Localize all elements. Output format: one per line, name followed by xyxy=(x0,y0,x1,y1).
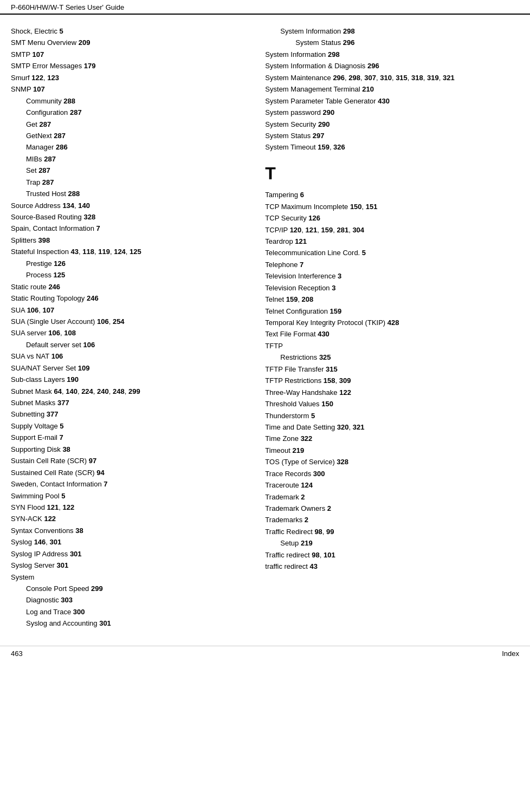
page-num: 281 xyxy=(337,226,348,234)
page-num: 151 xyxy=(366,203,378,211)
page-num: 106 xyxy=(51,352,63,360)
page-num: 240 xyxy=(97,387,109,395)
page-num: 315 xyxy=(326,365,338,373)
page-num: 43 xyxy=(309,562,317,570)
term-text: SNMP xyxy=(11,85,33,93)
left-column: Shock, Electric 5SMT Menu Overview 209SM… xyxy=(11,25,260,629)
page-num: 288 xyxy=(68,190,80,198)
term-text: Stateful Inspection xyxy=(11,248,71,256)
page-num: 7 xyxy=(60,433,63,441)
index-entry: Temporal Key Integrity Protocol (TKIP) 4… xyxy=(265,317,519,328)
index-entry: System Timeout 159, 326 xyxy=(265,141,519,153)
page-num: 288 xyxy=(63,97,75,105)
term-text: TCP Security xyxy=(265,214,308,222)
term-text: SUA xyxy=(11,306,27,314)
term-text: Supply Voltage xyxy=(11,422,60,430)
term-text: Manager xyxy=(26,143,56,151)
term-text: TFTP xyxy=(265,342,283,350)
term-text: Process xyxy=(26,271,54,279)
page-num: 377 xyxy=(57,399,69,407)
index-entry: System Information 298 xyxy=(265,25,519,37)
page-num: 159 xyxy=(321,226,333,234)
index-entry: System Parameter Table Generator 430 xyxy=(265,95,519,107)
page-num: 298 xyxy=(328,50,340,59)
term-text: TFTP File Transfer xyxy=(265,365,326,373)
term-text: Get xyxy=(26,120,40,128)
index-entry: Tampering 6 xyxy=(265,189,519,200)
term-text: Thunderstorm xyxy=(265,412,311,420)
page-num: 125 xyxy=(54,271,66,279)
index-entry: Three-Way Handshake 122 xyxy=(265,387,519,398)
term-text: Subnetting xyxy=(11,410,47,418)
page-num: 301 xyxy=(99,619,111,627)
index-entry: GetNext 287 xyxy=(11,130,249,141)
term-text: Trace Records xyxy=(265,470,313,478)
index-entry: Diagnostic 303 xyxy=(11,594,249,606)
term-text: Setup xyxy=(280,539,301,547)
page-num: 2 xyxy=(305,516,308,524)
term-text: Sweden, Contact Information xyxy=(11,480,104,488)
page-num: 2 xyxy=(327,504,331,512)
term-text: Trusted Host xyxy=(26,190,68,198)
page-num: 118 xyxy=(82,248,94,256)
index-entry: SNMP 107 xyxy=(11,83,249,95)
term-text: Traffic redirect xyxy=(265,551,312,559)
page-num: 121 xyxy=(306,226,318,234)
index-entry: Stateful Inspection 43, 118, 119, 124, 1… xyxy=(11,246,249,257)
index-entry: SMT Menu Overview 209 xyxy=(11,37,249,48)
page-num: 43 xyxy=(71,248,79,256)
page-number: 463 xyxy=(11,649,23,658)
index-entry: Syslog 146, 301 xyxy=(11,536,249,548)
term-text: System Timeout xyxy=(265,143,318,151)
page-num: 309 xyxy=(339,376,351,385)
index-entry: Trademarks 2 xyxy=(265,514,519,525)
page-num: 106 xyxy=(48,329,60,337)
page-num: 377 xyxy=(47,410,59,418)
page-num: 430 xyxy=(318,330,329,338)
term-text: Static Routing Topology xyxy=(11,294,87,302)
term-text: Set xyxy=(26,166,38,174)
page-num: 428 xyxy=(387,319,399,327)
term-text: Swimming Pool xyxy=(11,492,61,500)
page-num: 6 xyxy=(300,191,304,199)
index-entry: Syslog IP Address 301 xyxy=(11,548,249,560)
page-num: 219 xyxy=(292,446,304,454)
term-text: System Management Terminal xyxy=(265,85,362,93)
page-num: 296 xyxy=(333,74,345,82)
term-text: Sustained Cell Rate (SCR) xyxy=(11,469,96,477)
page-num: 158 xyxy=(324,376,335,385)
term-text: System Information xyxy=(280,27,343,35)
index-entry: TCP/IP 120, 121, 159, 281, 304 xyxy=(265,224,519,236)
page-num: 3 xyxy=(332,284,335,292)
page-num: 300 xyxy=(313,470,325,478)
page-num: 318 xyxy=(411,74,423,82)
term-text: Telnet Configuration xyxy=(265,307,329,315)
term-text: Time and Date Setting xyxy=(265,423,337,431)
term-text: TCP/IP xyxy=(265,226,289,234)
index-entry: TFTP Restrictions 158, 309 xyxy=(265,375,519,386)
index-entry: SYN Flood 121, 122 xyxy=(11,502,249,513)
index-entry: TCP Security 126 xyxy=(265,212,519,224)
page-num: 246 xyxy=(48,283,60,291)
page-num: 2 xyxy=(301,493,305,501)
page-num: 120 xyxy=(290,226,302,234)
page-num: 134 xyxy=(62,202,74,210)
term-text: Community xyxy=(26,97,63,105)
page-num: 321 xyxy=(353,423,365,431)
index-entry: Setup 219 xyxy=(265,537,519,549)
index-entry: Static route 246 xyxy=(11,281,249,293)
index-entry: Subnetting 377 xyxy=(11,408,249,420)
term-text: Source Address xyxy=(11,202,62,210)
term-text: Temporal Key Integrity Protocol (TKIP) xyxy=(265,319,387,327)
page-num: 140 xyxy=(66,387,77,395)
page-num: 209 xyxy=(79,38,91,47)
term-text: Subnet Masks xyxy=(11,399,57,407)
term-text: Traceroute xyxy=(265,481,301,489)
index-entry: Threshold Values 150 xyxy=(265,398,519,410)
index-entry: Support E-mail 7 xyxy=(11,432,249,443)
index-entry: Television Interference 3 xyxy=(265,270,519,282)
page-header: P-660H/HW/W-T Series User' Guide xyxy=(0,0,530,15)
index-entry: Supporting Disk 38 xyxy=(11,444,249,455)
page-num: 246 xyxy=(87,294,99,302)
term-text: Threshold Values xyxy=(265,400,321,408)
